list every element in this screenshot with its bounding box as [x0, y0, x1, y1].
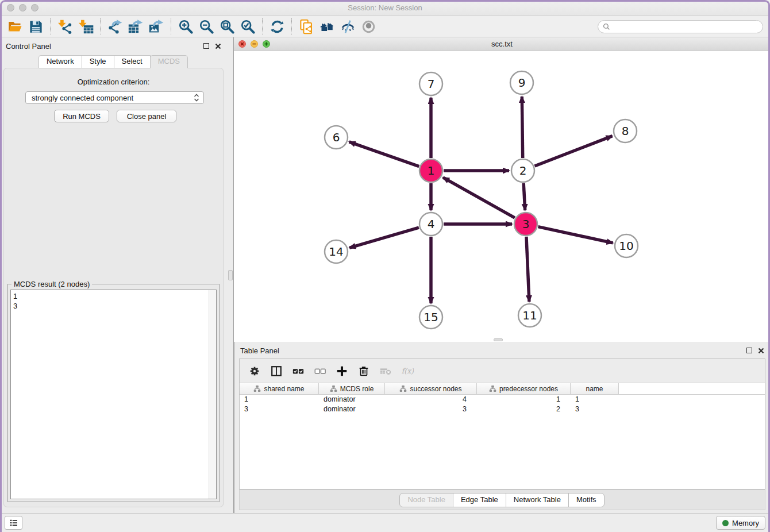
- tab-node-table[interactable]: Node Table: [399, 493, 453, 507]
- edge-1-6[interactable]: [349, 142, 419, 167]
- import-table-button[interactable]: [75, 18, 96, 35]
- eye-disabled-icon: [361, 19, 376, 34]
- tab-select[interactable]: Select: [114, 55, 151, 68]
- close-panel-button[interactable]: Close panel: [117, 110, 176, 122]
- task-history-button[interactable]: [5, 516, 22, 530]
- zoom-fit-button[interactable]: [217, 18, 237, 35]
- tab-network[interactable]: Network: [38, 55, 82, 68]
- network-graph[interactable]: 7968124314101511: [234, 51, 770, 342]
- add-column-button[interactable]: [333, 363, 351, 380]
- cell-name[interactable]: 1: [571, 395, 619, 404]
- cell-MCDS-role[interactable]: dominator: [319, 395, 385, 404]
- tab-motifs[interactable]: Motifs: [568, 493, 605, 507]
- cell-successor-nodes[interactable]: 4: [385, 395, 477, 404]
- node-label-7: 7: [428, 77, 435, 91]
- gear-button[interactable]: [245, 363, 264, 380]
- tab-edge-table[interactable]: Edge Table: [453, 493, 506, 507]
- tab-mcds[interactable]: MCDS: [150, 55, 188, 68]
- home-button[interactable]: [317, 18, 337, 35]
- column-header-name[interactable]: name: [571, 383, 619, 394]
- search-input[interactable]: [613, 21, 763, 32]
- function-icon: f(x): [401, 365, 414, 377]
- column-header-shared-name[interactable]: shared name: [240, 383, 319, 394]
- hide-panels-button[interactable]: [337, 18, 358, 35]
- import-network-icon: [57, 19, 73, 34]
- status-bar: Memory: [0, 513, 770, 532]
- splitter-grip-icon[interactable]: [228, 270, 233, 280]
- node-label-4: 4: [428, 217, 435, 231]
- select-all-checkboxes-button[interactable]: [289, 363, 307, 380]
- column-header-predecessor-nodes[interactable]: predecessor nodes: [477, 383, 571, 394]
- zoom-selected-button[interactable]: [237, 18, 258, 35]
- control-panel-title: Control Panel: [6, 42, 51, 51]
- home-icon: [319, 19, 335, 34]
- zoom-out-button[interactable]: [196, 18, 217, 35]
- eye-disabled-button: [358, 18, 379, 35]
- sort-column-icon: [253, 385, 261, 392]
- delete-column-button[interactable]: [355, 363, 373, 380]
- open-folder-button[interactable]: [5, 18, 25, 35]
- optimization-criterion-select[interactable]: strongly connected component: [25, 91, 204, 104]
- maximize-view-button[interactable]: [263, 40, 270, 48]
- column-header-MCDS-role[interactable]: MCDS role: [319, 383, 385, 394]
- function-button: f(x): [398, 363, 417, 380]
- float-panel-icon[interactable]: [203, 43, 209, 49]
- select-stepper-icon: [194, 94, 199, 102]
- edge-3-11[interactable]: [526, 237, 529, 302]
- edge-2-3[interactable]: [523, 183, 525, 210]
- duplicate-network-button[interactable]: [296, 18, 317, 35]
- close-view-button[interactable]: [238, 40, 246, 48]
- gear-icon: [248, 365, 261, 377]
- column-header-successor-nodes[interactable]: successor nodes: [385, 383, 477, 394]
- cell-shared-name[interactable]: 1: [240, 395, 319, 404]
- save-button[interactable]: [25, 18, 46, 35]
- network-canvas[interactable]: 7968124314101511: [234, 51, 770, 342]
- clear-checkboxes-button[interactable]: [311, 363, 329, 380]
- export-network-button[interactable]: [105, 18, 125, 35]
- toolbar-separator: [171, 18, 171, 34]
- mcds-result-scrollbar[interactable]: [209, 290, 216, 499]
- cell-predecessor-nodes[interactable]: 2: [477, 404, 571, 414]
- export-network-icon: [107, 19, 123, 34]
- close-table-panel-icon[interactable]: [758, 348, 764, 354]
- edge-2-9[interactable]: [522, 97, 522, 158]
- node-label-3: 3: [522, 217, 530, 231]
- control-panel: Control Panel NetworkStyleSelectMCDS Opt…: [0, 37, 227, 513]
- mcds-result-title: MCDS result (2 nodes): [11, 280, 92, 288]
- table-header-row: shared nameMCDS rolesuccessor nodesprede…: [240, 383, 765, 395]
- close-panel-icon[interactable]: [215, 43, 221, 49]
- minimize-view-button[interactable]: [251, 40, 258, 48]
- panel-splitter-vertical[interactable]: [227, 37, 234, 513]
- memory-button[interactable]: Memory: [716, 516, 765, 530]
- table-tabs: Node TableEdge TableNetwork TableMotifs: [400, 493, 604, 507]
- toolbar-separator: [291, 18, 292, 34]
- cell-successor-nodes[interactable]: 3: [385, 404, 477, 414]
- export-image-icon: [149, 19, 164, 34]
- import-network-button[interactable]: [55, 18, 75, 35]
- edge-3-10[interactable]: [538, 227, 613, 243]
- node-label-15: 15: [424, 310, 438, 324]
- cell-predecessor-nodes[interactable]: 1: [477, 395, 571, 404]
- splitter-grip-horizontal-icon[interactable]: [494, 338, 503, 341]
- zoom-in-button[interactable]: [175, 18, 196, 35]
- export-image-button[interactable]: [146, 18, 167, 35]
- main-toolbar: [0, 16, 770, 37]
- table-row[interactable]: 1dominator411: [240, 395, 765, 404]
- tab-network-table[interactable]: Network Table: [506, 493, 569, 507]
- cell-shared-name[interactable]: 3: [240, 404, 319, 414]
- split-columns-button[interactable]: [267, 363, 286, 380]
- refresh-button[interactable]: [267, 18, 287, 35]
- export-table-button[interactable]: [125, 18, 146, 35]
- table-body: 1dominator4113dominator323: [240, 395, 765, 414]
- open-folder-icon: [7, 19, 23, 34]
- cell-MCDS-role[interactable]: dominator: [319, 404, 385, 414]
- tab-style[interactable]: Style: [82, 55, 114, 68]
- edge-4-14[interactable]: [349, 228, 419, 248]
- cell-name[interactable]: 3: [571, 404, 619, 414]
- run-mcds-button[interactable]: Run MCDS: [54, 110, 109, 122]
- mcds-result-text[interactable]: 1 3: [10, 290, 217, 499]
- edge-3-1[interactable]: [443, 178, 515, 218]
- float-table-panel-icon[interactable]: [746, 348, 752, 353]
- table-row[interactable]: 3dominator323: [240, 404, 765, 414]
- edge-2-8[interactable]: [535, 136, 613, 166]
